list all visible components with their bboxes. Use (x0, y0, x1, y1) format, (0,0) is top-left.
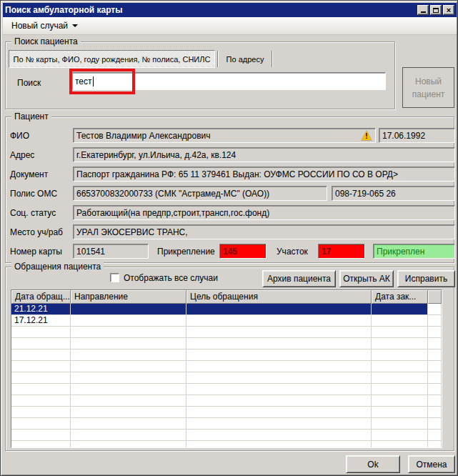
table-row[interactable] (11, 407, 442, 418)
table-cell (428, 384, 442, 395)
polis-field[interactable]: 6653700832000733 (СМК "Астрамед-МС" (ОАО… (73, 186, 327, 201)
fio-value: Тестов Владимир Александрович (76, 131, 210, 141)
column-header-direction[interactable]: Направление (71, 290, 186, 304)
show-all-cases-checkbox[interactable] (110, 273, 119, 282)
address-field[interactable]: г.Екатеринбург, ул.Ильича, д.42а, кв.124 (73, 147, 455, 162)
table-row[interactable]: 21.12.21 (11, 304, 442, 315)
attached-status-field: Прикреплен (373, 244, 455, 259)
tab-search-by-card[interactable]: По № карты, ФИО, году рождения, № полиса… (9, 50, 215, 68)
soc-status-field[interactable]: Работающий(на предпр,строит,трансп,гос.ф… (73, 205, 455, 220)
title-bar[interactable]: Поиск амбулаторной карты × (3, 3, 457, 17)
column-header-purpose[interactable]: Цель обращения (186, 290, 372, 304)
patient-archive-button[interactable]: Архив пациента (262, 270, 336, 287)
maximize-button[interactable] (430, 5, 442, 15)
ok-button[interactable]: Ok (346, 455, 400, 473)
table-cell (11, 430, 71, 441)
table-cell (71, 384, 186, 395)
table-cell (372, 349, 428, 361)
minimize-icon (421, 11, 426, 13)
open-ak-button[interactable]: Открыть АК (339, 270, 394, 287)
table-cell (71, 315, 186, 327)
visits-group-title: Обращения пациента (11, 262, 104, 272)
table-cell (428, 430, 442, 441)
minimize-button[interactable] (417, 5, 429, 15)
table-cell (372, 384, 428, 395)
search-input-value: тест (75, 76, 92, 86)
table-cell (11, 395, 71, 407)
table-cell (186, 315, 372, 327)
table-row[interactable] (11, 349, 442, 361)
work-place-field[interactable]: УРАЛ ЭКОСЕРВИС ТРАНС, (73, 224, 455, 239)
table-cell (372, 304, 428, 315)
table-row[interactable] (11, 372, 442, 384)
table-cell (71, 430, 186, 441)
table-row[interactable] (11, 430, 442, 441)
table-row[interactable] (11, 395, 442, 407)
patient-group-title: Пациент (11, 111, 51, 122)
table-cell (11, 338, 71, 349)
fix-button[interactable]: Исправить (397, 270, 455, 287)
birth-date-field[interactable]: 17.06.1992 (379, 128, 455, 143)
table-row[interactable] (11, 327, 442, 338)
work-place-value: УРАЛ ЭКОСЕРВИС ТРАНС, (76, 227, 188, 237)
table-cell (428, 327, 442, 338)
table-row[interactable] (11, 338, 442, 349)
table-row[interactable] (11, 418, 442, 430)
table-row[interactable] (11, 441, 442, 448)
column-header-close-date[interactable]: Дата зак... (372, 290, 428, 304)
visits-table-header: Дата обращ... Направление Цель обращения… (11, 290, 442, 304)
show-all-cases-label[interactable]: Отображать все случаи (124, 273, 218, 283)
column-header-date[interactable]: Дата обращ... (11, 290, 71, 304)
table-cell (428, 441, 442, 448)
polis-value: 6653700832000733 (СМК "Астрамед-МС" (ОАО… (76, 189, 269, 199)
table-cell: 17.12.21 (11, 315, 71, 327)
patient-archive-button-label: Архив пациента (267, 274, 331, 284)
cancel-button[interactable]: Отмена (408, 455, 455, 473)
window-title: Поиск амбулаторной карты (5, 5, 416, 15)
table-cell (186, 372, 372, 384)
open-ak-button-label: Открыть АК (343, 274, 389, 284)
table-row[interactable] (11, 384, 442, 395)
soc-status-label: Соц. статус (10, 208, 56, 218)
search-patient-group: Поиск пациента По № карты, ФИО, году рож… (5, 41, 395, 109)
polis-label: Полис ОМС (10, 189, 57, 199)
attachment-field[interactable]: 145 (219, 244, 267, 259)
table-cell (428, 304, 442, 315)
table-cell (11, 418, 71, 430)
menu-new-case[interactable]: Новый случай (7, 19, 82, 33)
uchastok-field[interactable]: 17 (318, 244, 365, 259)
table-cell (372, 430, 428, 441)
tab-separator (272, 51, 273, 67)
table-cell (186, 384, 372, 395)
visits-table: Дата обращ... Направление Цель обращения… (11, 289, 442, 448)
new-patient-button[interactable]: Новый пациент (402, 67, 454, 108)
close-icon: × (444, 6, 454, 14)
table-row[interactable]: 17.12.21 (11, 315, 442, 327)
document-field[interactable]: Паспорт гражданина РФ: 65 11 379461 Выда… (73, 167, 455, 182)
close-button[interactable]: × (443, 5, 454, 15)
table-cell (186, 430, 372, 441)
search-input[interactable]: тест (71, 72, 386, 90)
table-row[interactable] (11, 361, 442, 372)
dialog-window: Поиск амбулаторной карты × Новый случай … (0, 0, 458, 476)
table-cell (186, 304, 372, 315)
table-cell (71, 407, 186, 418)
uchastok-label: Участок (277, 247, 308, 257)
menu-new-case-label: Новый случай (11, 21, 68, 31)
table-cell (71, 327, 186, 338)
table-cell (11, 372, 71, 384)
tab-search-by-address[interactable]: По адресу (221, 50, 269, 68)
patient-group: Пациент ФИО Тестов Владимир Александрови… (5, 116, 454, 263)
snils-field[interactable]: 098-719-065 26 (332, 186, 455, 201)
card-number-field[interactable]: 101541 (73, 244, 149, 259)
maximize-icon (433, 8, 439, 13)
table-cell (428, 395, 442, 407)
fio-field[interactable]: Тестов Владимир Александрович ! (73, 128, 376, 143)
table-cell (71, 338, 186, 349)
address-label: Адрес (10, 150, 34, 160)
table-cell (428, 407, 442, 418)
table-cell (186, 327, 372, 338)
snils-value: 098-719-065 26 (335, 189, 396, 199)
chevron-down-icon (72, 24, 78, 27)
table-cell (11, 327, 71, 338)
